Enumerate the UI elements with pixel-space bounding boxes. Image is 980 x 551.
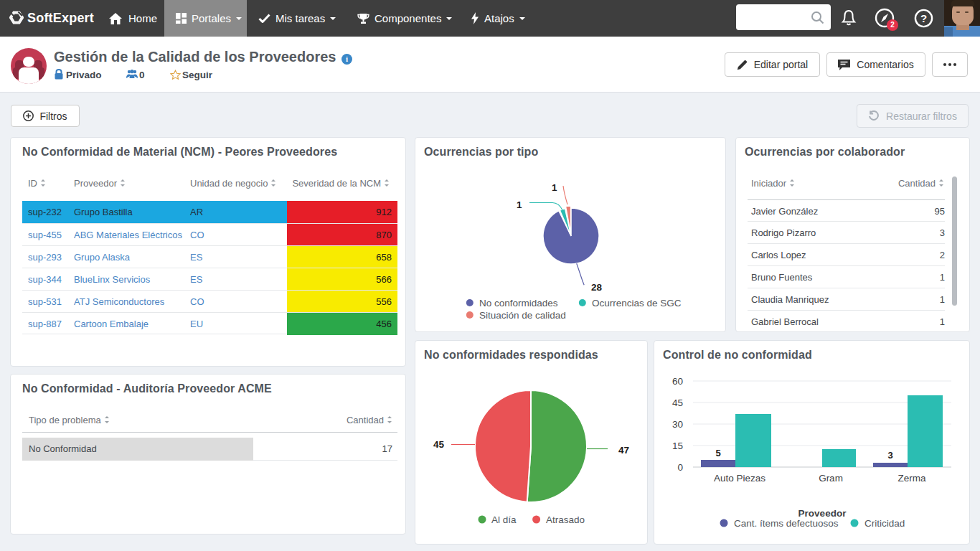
svg-text:Cant. ítems defectuosos: Cant. ítems defectuosos [734,518,839,529]
svg-text:Ocurrencias de SGC: Ocurrencias de SGC [592,298,682,309]
svg-text:Situación de calidad: Situación de calidad [479,310,566,321]
svg-text:45: 45 [433,439,445,450]
svg-text:45: 45 [672,397,683,408]
svg-text:3: 3 [887,450,892,461]
svg-text:0: 0 [677,462,683,473]
svg-text:Auto Piezas: Auto Piezas [714,473,765,484]
svg-text:60: 60 [672,376,683,387]
svg-text:Al día: Al día [491,514,517,525]
svg-text:1: 1 [552,182,557,193]
svg-text:1: 1 [517,199,522,210]
svg-text:Atrasado: Atrasado [546,514,585,525]
svg-text:No conformidades: No conformidades [479,298,558,309]
svg-text:Zerma: Zerma [897,473,925,484]
svg-text:28: 28 [591,282,603,293]
svg-text:Criticidad: Criticidad [864,518,905,529]
svg-text:15: 15 [672,441,683,451]
svg-text:47: 47 [618,445,629,456]
svg-text:?: ? [920,12,927,24]
svg-text:Proveedor: Proveedor [798,508,847,519]
svg-text:30: 30 [672,419,683,430]
svg-text:Gram: Gram [819,473,843,484]
svg-text:5: 5 [715,448,720,458]
